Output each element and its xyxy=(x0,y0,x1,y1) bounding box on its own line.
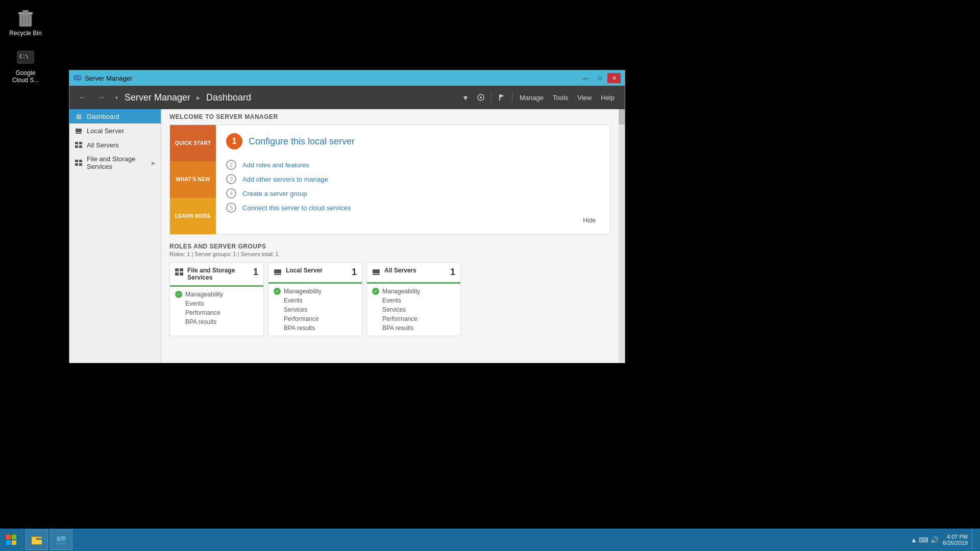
create-server-group-item[interactable]: 4 Create a server group xyxy=(226,186,600,201)
taskbar-file-explorer-button[interactable] xyxy=(26,530,48,550)
all-servers-events-row[interactable]: Events xyxy=(372,296,455,305)
configure-local-server-link[interactable]: Configure this local server xyxy=(249,136,355,147)
local-server-performance-row[interactable]: Performance xyxy=(274,314,357,323)
local-server-card[interactable]: Local Server 1 ✓ Manageability xyxy=(268,262,362,336)
taskbar-server-manager-button[interactable] xyxy=(50,530,72,550)
sidebar-item-local-server[interactable]: Local Server xyxy=(69,123,161,138)
local-server-services-row[interactable]: Services xyxy=(274,305,357,314)
file-storage-bpa-row[interactable]: BPA results xyxy=(175,317,258,327)
all-servers-services-row[interactable]: Services xyxy=(372,305,455,314)
recycle-bin-icon[interactable]: Recycle Bin xyxy=(5,5,46,39)
all-servers-card-title: All Servers xyxy=(384,267,446,274)
all-servers-card-icon xyxy=(372,268,380,278)
local-server-bpa-row[interactable]: BPA results xyxy=(274,323,357,333)
add-roles-link[interactable]: Add roles and features xyxy=(242,161,309,169)
welcome-banner: WELCOME TO SERVER MANAGER xyxy=(161,109,619,120)
taskbar: ▲ ⌨ 🔊 4:07 PM 6/26/2019 xyxy=(0,529,980,551)
qsp-sidebar: QUICK START WHAT'S NEW LEARN MORE xyxy=(170,125,216,234)
file-storage-card-body: ✓ Manageability Events Performance xyxy=(170,287,263,330)
sidebar-item-all-servers[interactable]: All Servers xyxy=(69,138,161,152)
all-servers-card-header: All Servers 1 xyxy=(367,263,460,284)
tools-menu-button[interactable]: Tools xyxy=(549,92,572,104)
all-servers-card[interactable]: All Servers 1 ✓ Manageability E xyxy=(366,262,461,336)
toolbar-right: ▾ Manage Tools View xyxy=(458,90,619,105)
all-servers-services-label: Services xyxy=(372,306,406,313)
file-storage-events-row[interactable]: Events xyxy=(175,299,258,308)
svg-rect-27 xyxy=(175,268,179,271)
roles-subtitle: Roles: 1 | Server groups: 1 | Servers to… xyxy=(169,251,610,257)
svg-point-14 xyxy=(480,96,482,98)
svg-rect-40 xyxy=(32,540,42,544)
taskbar-system-icons: ▲ ⌨ 🔊 xyxy=(911,536,939,544)
local-server-status-ok-icon: ✓ xyxy=(274,288,281,295)
minimize-button[interactable]: — xyxy=(579,73,592,83)
file-storage-card[interactable]: File and Storage Services 1 ✓ Manageabil… xyxy=(169,262,264,336)
start-button[interactable] xyxy=(0,529,22,551)
toolbar-flag-button[interactable] xyxy=(474,90,488,105)
configure-local-server-item[interactable]: 1 Configure this local server xyxy=(226,133,600,149)
close-button[interactable]: ✕ xyxy=(607,73,621,83)
all-servers-events-label: Events xyxy=(372,297,401,304)
help-menu-button[interactable]: Help xyxy=(597,92,619,104)
desktop: Recycle Bin C:\ _ GoogleCloud S... Serve… xyxy=(0,0,980,551)
back-button[interactable]: ← xyxy=(76,90,90,105)
create-server-group-link[interactable]: Create a server group xyxy=(242,190,307,197)
add-roles-item[interactable]: 2 Add roles and features xyxy=(226,158,600,172)
file-storage-manageability-row[interactable]: ✓ Manageability xyxy=(175,290,258,299)
main-content: ⊞ Dashboard Local Server xyxy=(69,109,625,363)
sidebar-item-dashboard[interactable]: ⊞ Dashboard xyxy=(69,109,161,123)
window-title: Server Manager xyxy=(85,74,132,82)
vertical-scrollbar[interactable] xyxy=(619,109,625,363)
all-servers-performance-row[interactable]: Performance xyxy=(372,314,455,323)
local-server-card-header: Local Server 1 xyxy=(268,263,362,284)
nav-dropdown-button[interactable]: ▾ xyxy=(112,90,120,105)
local-server-manageability-label: Manageability xyxy=(284,288,322,295)
learn-more-block[interactable]: LEARN MORE xyxy=(170,198,216,234)
file-storage-performance-row[interactable]: Performance xyxy=(175,308,258,317)
file-storage-arrow-icon: ▶ xyxy=(152,160,156,166)
manage-menu-button[interactable]: Manage xyxy=(516,92,548,104)
all-servers-manageability-row[interactable]: ✓ Manageability xyxy=(372,287,455,296)
svg-rect-43 xyxy=(56,543,66,544)
forward-button[interactable]: → xyxy=(94,90,108,105)
sidebar-item-file-storage[interactable]: File and Storage Services ▶ xyxy=(69,152,161,173)
file-storage-card-count: 1 xyxy=(253,267,258,278)
step3-circle: 3 xyxy=(226,174,236,184)
breadcrumb-separator: ▸ xyxy=(197,93,200,102)
local-server-events-row[interactable]: Events xyxy=(274,296,357,305)
svg-rect-37 xyxy=(6,540,11,545)
svg-rect-22 xyxy=(79,145,82,148)
sidebar-file-storage-label: File and Storage Services xyxy=(87,155,148,170)
taskbar-date-value: 6/26/2019 xyxy=(943,540,968,546)
cloud-graphic: C:\ _ xyxy=(15,47,36,67)
connect-cloud-item[interactable]: 5 Connect this server to cloud services xyxy=(226,201,600,215)
qsp-content: 1 Configure this local server 2 Add role… xyxy=(216,125,610,234)
google-cloud-icon[interactable]: C:\ _ GoogleCloud S... xyxy=(5,45,46,86)
svg-rect-32 xyxy=(274,274,281,275)
whats-new-block[interactable]: WHAT'S NEW xyxy=(170,161,216,197)
svg-rect-33 xyxy=(373,269,380,273)
show-desktop-button[interactable] xyxy=(972,530,976,550)
server-manager-window-icon xyxy=(74,74,82,82)
toolbar-divider-2 xyxy=(512,92,512,103)
local-server-card-body: ✓ Manageability Events Services xyxy=(268,284,362,336)
local-server-manageability-row[interactable]: ✓ Manageability xyxy=(274,287,357,296)
quick-start-block[interactable]: QUICK START xyxy=(170,125,216,161)
sidebar: ⊞ Dashboard Local Server xyxy=(69,109,161,363)
toolbar-dropdown-button[interactable]: ▾ xyxy=(458,90,473,105)
step2-circle: 2 xyxy=(226,160,236,170)
hide-button[interactable]: Hide xyxy=(226,215,600,226)
toolbar-flag2-button[interactable] xyxy=(495,90,509,105)
svg-rect-36 xyxy=(12,535,16,539)
add-servers-item[interactable]: 3 Add other servers to manage xyxy=(226,172,600,186)
maximize-button[interactable]: □ xyxy=(593,73,606,83)
add-servers-link[interactable]: Add other servers to manage xyxy=(242,176,328,183)
view-menu-button[interactable]: View xyxy=(573,92,596,104)
all-servers-status-ok-icon: ✓ xyxy=(372,288,379,295)
all-servers-bpa-row[interactable]: BPA results xyxy=(372,323,455,333)
svg-rect-31 xyxy=(274,269,281,273)
local-server-bpa-label: BPA results xyxy=(274,324,315,332)
dashboard-icon: ⊞ xyxy=(75,112,83,120)
connect-cloud-link[interactable]: Connect this server to cloud services xyxy=(242,204,351,212)
sidebar-local-server-label: Local Server xyxy=(87,127,156,135)
